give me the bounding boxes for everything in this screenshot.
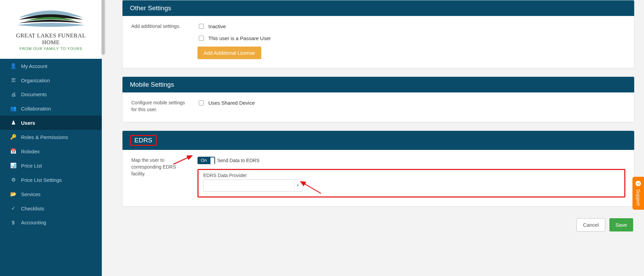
sidebar-item-users[interactable]: ♟ Users	[0, 116, 102, 130]
edrs-toggle-label: Send Data to EDRS	[217, 158, 260, 163]
edrs-provider-select[interactable]: ▾	[203, 179, 303, 192]
dollar-icon: $	[10, 220, 16, 225]
sidebar-item-price-list[interactable]: 📊 Price List	[0, 158, 102, 173]
calendar-icon: 📅	[10, 148, 16, 154]
sidebar-item-label: Organization	[21, 77, 50, 83]
sidebar-item-label: Roles & Permissions	[21, 134, 68, 140]
support-icon: ?	[636, 181, 641, 186]
logo-image	[12, 6, 90, 30]
edrs-provider-label: EDRS Data Provider	[203, 173, 620, 178]
sidebar-item-label: Services	[21, 191, 41, 197]
support-tab[interactable]: ? Support	[632, 177, 644, 210]
sidebar-item-rolodex[interactable]: 📅 Rolodex	[0, 144, 102, 158]
footer-actions: Cancel Save	[122, 215, 634, 233]
inactive-row[interactable]: Inactive	[197, 23, 625, 30]
panel-edrs: EDRS Map the user to corresponding EDRS …	[122, 131, 634, 207]
add-license-button[interactable]: Add Additional License	[197, 47, 261, 59]
logo: GREAT LAKES FUNERAL HOME FROM OUR FAMILY…	[0, 0, 102, 59]
panel-title: Other Settings	[130, 4, 171, 12]
sidebar-item-my-account[interactable]: 👤 My Account	[0, 59, 102, 73]
sidebar-item-services[interactable]: 📂 Services	[0, 187, 102, 201]
sidebar-item-label: My Account	[21, 63, 48, 69]
passare-row[interactable]: This user is a Passare User	[197, 35, 625, 42]
sidebar-item-accounting[interactable]: $ Accounting	[0, 215, 102, 229]
panel-mobile-settings: Mobile Settings Configure mobile setting…	[122, 76, 634, 122]
chart-icon: 📊	[10, 162, 16, 169]
person-icon: ♟	[10, 120, 16, 126]
sidebar-item-label: Price List	[21, 163, 42, 169]
panel-desc-other: Add additional settings.	[131, 23, 197, 59]
cancel-button[interactable]: Cancel	[576, 218, 605, 231]
checkbox-passare[interactable]	[199, 36, 204, 41]
checkbox-inactive[interactable]	[199, 24, 204, 29]
panel-title: EDRS	[134, 137, 152, 144]
printer-icon: 🖨	[10, 91, 16, 97]
shared-device-row[interactable]: Uses Shared Device	[197, 99, 625, 106]
panel-title: Mobile Settings	[130, 81, 174, 88]
check-icon: ✓	[10, 205, 16, 211]
panel-header-edrs: EDRS	[122, 131, 634, 150]
panel-other-settings: Other Settings Add additional settings. …	[122, 0, 634, 68]
logo-title: GREAT LAKES FUNERAL HOME	[7, 32, 94, 46]
folder-icon: 📂	[10, 191, 16, 197]
nav-list: 👤 My Account ☰ Organization 🖨 Documents …	[0, 59, 102, 229]
sidebar-item-organization[interactable]: ☰ Organization	[0, 73, 102, 87]
sidebar-item-label: Users	[21, 120, 35, 126]
sidebar-item-checklists[interactable]: ✓ Checklists	[0, 201, 102, 215]
sidebar-item-label: Checklists	[21, 206, 44, 211]
list-icon: ☰	[10, 77, 16, 83]
panel-desc-mobile: Configure mobile settings for this user.	[131, 99, 197, 113]
support-label: Support	[636, 189, 641, 206]
sidebar-item-label: Collaboration	[21, 106, 51, 111]
sidebar-item-label: Rolodex	[21, 149, 40, 154]
panel-desc-edrs: Map the user to corresponding EDRS facil…	[131, 157, 197, 197]
sidebar-item-roles-permissions[interactable]: 🔑 Roles & Permissions	[0, 130, 102, 144]
sidebar-item-documents[interactable]: 🖨 Documents	[0, 87, 102, 101]
sidebar-item-price-list-settings[interactable]: ⚙ Price List Settings	[0, 173, 102, 187]
checkbox-label: Uses Shared Device	[208, 100, 255, 106]
group-icon: 👥	[10, 105, 16, 111]
edrs-provider-highlight: EDRS Data Provider ▾	[197, 169, 625, 197]
user-icon: 👤	[10, 63, 16, 69]
checkbox-label: Inactive	[208, 23, 226, 29]
sidebar: GREAT LAKES FUNERAL HOME FROM OUR FAMILY…	[0, 0, 102, 276]
checkbox-shared-device[interactable]	[199, 100, 204, 105]
edrs-toggle-row: On Send Data to EDRS	[197, 157, 625, 164]
gear-icon: ⚙	[10, 177, 16, 183]
checkbox-label: This user is a Passare User	[208, 35, 271, 41]
logo-subtitle: FROM OUR FAMILY TO YOURS	[7, 47, 94, 51]
key-icon: 🔑	[10, 134, 16, 140]
edrs-title-highlight: EDRS	[130, 135, 157, 146]
main-content: Other Settings Add additional settings. …	[102, 0, 644, 276]
sidebar-item-label: Documents	[21, 91, 47, 97]
panel-header-other: Other Settings	[122, 0, 634, 16]
sidebar-item-label: Accounting	[21, 220, 46, 225]
sidebar-item-label: Price List Settings	[21, 177, 62, 183]
edrs-toggle[interactable]: On	[197, 157, 215, 164]
save-button[interactable]: Save	[609, 218, 633, 231]
panel-header-mobile: Mobile Settings	[122, 77, 634, 92]
chevron-down-icon: ▾	[294, 181, 301, 190]
sidebar-item-collaboration[interactable]: 👥 Collaboration	[0, 101, 102, 116]
